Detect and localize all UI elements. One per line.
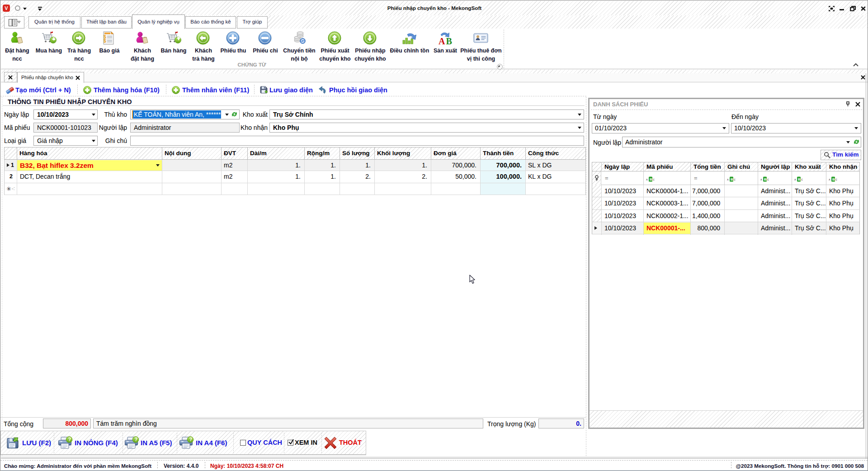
svg-text:ᴄ: ᴄ [734, 177, 736, 181]
svg-text:ᴄ: ᴄ [767, 177, 769, 181]
svg-text:ᴀ: ᴀ [794, 177, 796, 181]
svg-text:ᴄ: ᴄ [801, 177, 803, 181]
svg-text:B: B [798, 177, 801, 181]
svg-text:B: B [832, 177, 835, 181]
svg-text:ᴄ: ᴄ [835, 177, 837, 181]
svg-text:ᴀ: ᴀ [760, 177, 762, 181]
svg-text:?: ? [189, 437, 192, 442]
svg-text:$: $ [104, 38, 106, 43]
svg-text:B: B [764, 177, 767, 181]
svg-text:?: ? [135, 437, 137, 442]
svg-text:B: B [731, 177, 733, 181]
svg-text:ᴀ: ᴀ [727, 177, 729, 181]
svg-text:A: A [439, 36, 445, 45]
svg-text:ᴀ: ᴀ [646, 177, 648, 181]
svg-text:?: ? [68, 437, 71, 442]
svg-text:ᴄ: ᴄ [653, 177, 655, 181]
svg-text:B: B [650, 177, 652, 181]
svg-text:B: B [446, 36, 452, 45]
svg-text:ᴀ: ᴀ [829, 177, 830, 181]
